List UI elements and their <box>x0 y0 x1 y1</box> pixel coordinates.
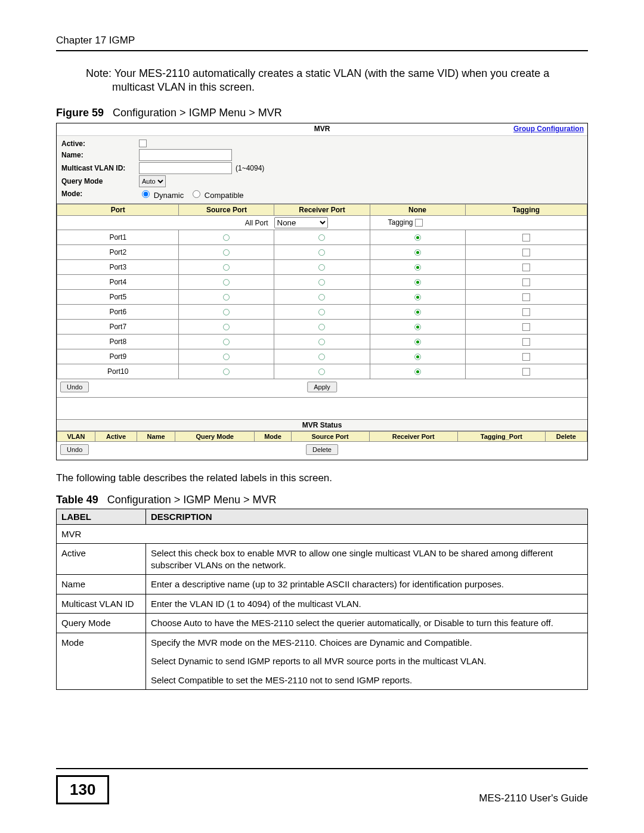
port-row: Port2 <box>57 244 587 259</box>
source-port-radio[interactable] <box>223 354 230 360</box>
port-name: Port6 <box>57 304 179 319</box>
port-header-row: Port Source Port Receiver Port None Tagg… <box>57 204 587 215</box>
port-name: Port1 <box>57 230 179 244</box>
none-radio[interactable] <box>414 264 421 271</box>
receiver-port-radio[interactable] <box>318 368 325 375</box>
undo-button-2[interactable]: Undo <box>60 444 89 455</box>
label-active: Active: <box>61 140 139 148</box>
apply-button[interactable]: Apply <box>307 382 337 392</box>
tagging-checkbox[interactable] <box>522 293 530 301</box>
none-radio[interactable] <box>414 324 421 330</box>
source-port-radio[interactable] <box>223 368 230 375</box>
row-desc: Enter the VLAN ID (1 to 4094) of the mul… <box>146 594 588 614</box>
header-rule <box>56 50 588 51</box>
row-label: Mode <box>57 633 146 690</box>
tagging-checkbox[interactable] <box>522 338 530 346</box>
port-name: Port3 <box>57 259 179 274</box>
receiver-port-radio[interactable] <box>318 339 325 345</box>
table-row: Multicast VLAN IDEnter the VLAN ID (1 to… <box>57 594 588 614</box>
status-header-row: VLANActiveNameQuery ModeModeSource PortR… <box>57 431 587 441</box>
source-port-radio[interactable] <box>223 339 230 345</box>
source-port-radio[interactable] <box>223 279 230 286</box>
source-port-radio[interactable] <box>223 309 230 315</box>
none-radio[interactable] <box>414 354 421 360</box>
table-row: MVR <box>57 524 588 544</box>
row-desc: Select this check box to enable MVR to a… <box>146 544 588 575</box>
port-name: Port2 <box>57 244 179 259</box>
group-config-link[interactable]: Group Configuration <box>513 125 584 133</box>
receiver-port-radio[interactable] <box>318 249 325 256</box>
figure-caption: Figure 59 Configuration > IGMP Menu > MV… <box>56 107 588 119</box>
tagging-checkbox[interactable] <box>522 308 530 316</box>
row-label: Name <box>57 575 146 594</box>
none-radio[interactable] <box>414 279 421 286</box>
port-name: Port9 <box>57 349 179 364</box>
row-label: Active <box>57 544 146 575</box>
name-input[interactable] <box>139 149 232 161</box>
vlanid-hint: (1~4094) <box>236 164 264 172</box>
tagging-checkbox[interactable] <box>522 234 530 241</box>
label-query-mode: Query Mode <box>61 177 139 185</box>
port-row: Port3 <box>57 259 587 274</box>
port-row: Port1 <box>57 230 587 244</box>
description-table: LABEL DESCRIPTION MVRActiveSelect this c… <box>56 509 588 690</box>
source-port-radio[interactable] <box>223 234 230 241</box>
tagging-checkbox[interactable] <box>522 353 530 361</box>
vlanid-input[interactable] <box>139 162 232 174</box>
port-name: Port7 <box>57 319 179 334</box>
port-name: Port4 <box>57 274 179 289</box>
receiver-port-radio[interactable] <box>318 264 325 271</box>
screenshot-mvr: MVR Group Configuration Active: Name: Mu… <box>56 123 588 460</box>
none-radio[interactable] <box>414 234 421 241</box>
table-row: ActiveSelect this check box to enable MV… <box>57 544 588 575</box>
label-mode: Mode: <box>61 190 139 198</box>
all-port-select[interactable]: None <box>274 217 328 228</box>
port-row: Port6 <box>57 304 587 319</box>
none-radio[interactable] <box>414 309 421 315</box>
tagging-checkbox[interactable] <box>522 323 530 331</box>
chapter-heading: Chapter 17 IGMP <box>56 35 588 47</box>
all-port-tagging-checkbox[interactable] <box>415 219 423 227</box>
undo-button[interactable]: Undo <box>60 382 89 392</box>
receiver-port-radio[interactable] <box>318 324 325 330</box>
table-caption: Table 49 Configuration > IGMP Menu > MVR <box>56 494 588 506</box>
all-port-row: All Port None Tagging <box>57 215 587 230</box>
following-text: The following table describes the relate… <box>56 472 588 484</box>
source-port-radio[interactable] <box>223 294 230 301</box>
port-row: Port7 <box>57 319 587 334</box>
none-radio[interactable] <box>414 249 421 256</box>
port-row: Port8 <box>57 334 587 349</box>
tagging-checkbox[interactable] <box>522 264 530 271</box>
row-desc: Choose Auto to have the MES-2110 select … <box>146 614 588 633</box>
tagging-checkbox[interactable] <box>522 368 530 376</box>
receiver-port-radio[interactable] <box>318 354 325 360</box>
none-radio[interactable] <box>414 339 421 345</box>
row-desc: Specify the MVR mode on the MES-2110. Ch… <box>146 633 588 690</box>
note-text: Note: Your MES-2110 automatically create… <box>112 67 588 95</box>
receiver-port-radio[interactable] <box>318 279 325 286</box>
mode-dynamic-radio[interactable] <box>142 190 150 198</box>
receiver-port-radio[interactable] <box>318 309 325 315</box>
source-port-radio[interactable] <box>223 249 230 256</box>
receiver-port-radio[interactable] <box>318 234 325 241</box>
footer-rule <box>56 768 588 769</box>
source-port-radio[interactable] <box>223 264 230 271</box>
guide-name: MES-2110 User's Guide <box>479 792 588 804</box>
tagging-checkbox[interactable] <box>522 249 530 256</box>
tagging-checkbox[interactable] <box>522 278 530 286</box>
active-checkbox[interactable] <box>139 140 147 147</box>
port-name: Port10 <box>57 364 179 379</box>
mode-compatible-radio[interactable] <box>193 190 200 198</box>
label-header: LABEL <box>57 509 146 524</box>
port-row: Port4 <box>57 274 587 289</box>
receiver-port-radio[interactable] <box>318 294 325 301</box>
page-number: 130 <box>56 775 109 804</box>
table-row: Query ModeChoose Auto to have the MES-21… <box>57 614 588 633</box>
description-header: DESCRIPTION <box>146 509 588 524</box>
port-name: Port5 <box>57 289 179 304</box>
query-mode-select[interactable]: Auto <box>139 175 166 187</box>
source-port-radio[interactable] <box>223 324 230 330</box>
none-radio[interactable] <box>414 294 421 301</box>
delete-button[interactable]: Delete <box>306 444 338 455</box>
none-radio[interactable] <box>414 368 421 375</box>
